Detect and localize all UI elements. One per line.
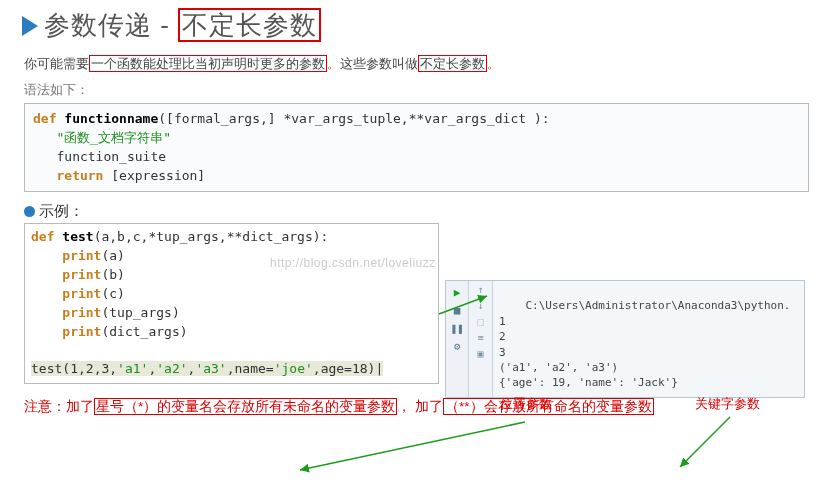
page-title: 参数传递 - 不定长参数 bbox=[44, 8, 321, 43]
pause-icon[interactable]: ❚❚ bbox=[448, 320, 466, 336]
c2-p5b: (dict_args) bbox=[101, 324, 187, 339]
triangle-icon bbox=[22, 16, 38, 36]
note-row: 注意：加了星号（*）的变量名会存放所有未命名的变量参数， 加了（**）会存放所有… bbox=[24, 398, 809, 416]
c2-p4b: (tup_args) bbox=[101, 305, 179, 320]
suite: function_suite bbox=[33, 149, 166, 164]
c2-p3b: (c) bbox=[101, 286, 124, 301]
arrow-pos-down bbox=[250, 420, 550, 480]
syntax-label: 语法如下： bbox=[24, 81, 809, 99]
output-gutter: ↑ ↓ ⬚ ≡ ▣ bbox=[469, 281, 493, 397]
gutter-icon: ▣ bbox=[477, 347, 483, 361]
intro-highlight-2: 不定长参数 bbox=[418, 55, 487, 72]
kw-def: def bbox=[33, 111, 56, 126]
syntax-code-block: def functionname([formal_args,] *var_arg… bbox=[24, 103, 809, 192]
c2-p1b: (a) bbox=[101, 248, 124, 263]
c2-p1: print bbox=[31, 248, 101, 263]
out-2: 2 bbox=[499, 330, 506, 343]
out-1: 1 bbox=[499, 315, 506, 328]
intro-paragraph: 你可能需要一个函数能处理比当初声明时更多的参数。这些参数叫做不定长参数。 bbox=[24, 55, 809, 73]
intro-t3: 。 bbox=[487, 56, 500, 71]
out-4: ('a1', 'a2', 'a3') bbox=[499, 361, 618, 374]
sig: ([formal_args,] *var_args_tuple,**var_ar… bbox=[158, 111, 549, 126]
output-body: ↑ ↓ ⬚ ≡ ▣ C:\Users\Administrator\Anacond… bbox=[469, 281, 804, 397]
title-boxed: 不定长参数 bbox=[178, 8, 321, 42]
intro-t1: 你可能需要 bbox=[24, 56, 89, 71]
settings-icon[interactable]: ⚙ bbox=[448, 338, 466, 354]
output-panel: ▶ ■ ❚❚ ⚙ ↑ ↓ ⬚ ≡ ▣ C:\Users\Administrato… bbox=[445, 280, 805, 398]
docstring: "函数_文档字符串" bbox=[33, 130, 171, 145]
note-c: ， 加了 bbox=[397, 399, 443, 414]
intro-highlight-1: 一个函数能处理比当初声明时更多的参数 bbox=[89, 55, 327, 72]
title-prefix: 参数传递 - bbox=[44, 10, 178, 40]
example-text: 示例： bbox=[39, 202, 84, 221]
c2-fn: test bbox=[54, 229, 93, 244]
gutter-icon: ⬚ bbox=[477, 315, 483, 329]
bullet-icon bbox=[24, 206, 35, 217]
svg-line-1 bbox=[300, 422, 525, 470]
example-code-block: def test(a,b,c,*tup_args,**dict_args): p… bbox=[24, 223, 439, 384]
keyword-args-label: 关键字参数 bbox=[695, 395, 760, 413]
kw-return: return bbox=[33, 168, 103, 183]
gutter-icon: ↓ bbox=[477, 299, 483, 313]
position-args-label: 位置参数 bbox=[500, 395, 552, 413]
fn-name: functionname bbox=[56, 111, 158, 126]
watermark: http://blog.csdn.net/loveliuzz bbox=[270, 256, 436, 270]
c2-p3: print bbox=[31, 286, 101, 301]
c2-p4: print bbox=[31, 305, 101, 320]
c2-call: test(1,2,3,'a1','a2','a3',name='joe',age… bbox=[31, 361, 383, 376]
out-5: {'age': 19, 'name': 'Jack'} bbox=[499, 376, 678, 389]
gutter-icon: ≡ bbox=[477, 331, 483, 345]
out-path: C:\Users\Administrator\Anaconda3\python. bbox=[526, 299, 791, 312]
example-label: 示例： bbox=[24, 202, 809, 221]
stop-icon[interactable]: ■ bbox=[448, 302, 466, 318]
c2-def: def bbox=[31, 229, 54, 244]
note-box-1: 星号（*）的变量名会存放所有未命名的变量参数 bbox=[94, 398, 397, 415]
page-title-row: 参数传递 - 不定长参数 bbox=[22, 8, 833, 43]
run-icon[interactable]: ▶ bbox=[448, 284, 466, 300]
gutter-icon: ↑ bbox=[477, 283, 483, 297]
svg-line-2 bbox=[680, 417, 730, 467]
c2-p2: print bbox=[31, 267, 101, 282]
arrow-key-down bbox=[640, 415, 760, 475]
c2-p5: print bbox=[31, 324, 101, 339]
c2-p2b: (b) bbox=[101, 267, 124, 282]
ret-expr: [expression] bbox=[103, 168, 205, 183]
note-a: 注意：加了 bbox=[24, 399, 94, 414]
c2-sig: (a,b,c,*tup_args,**dict_args): bbox=[94, 229, 329, 244]
out-3: 3 bbox=[499, 346, 506, 359]
intro-t2: 。这些参数叫做 bbox=[327, 56, 418, 71]
output-toolbar: ▶ ■ ❚❚ ⚙ bbox=[446, 281, 469, 397]
